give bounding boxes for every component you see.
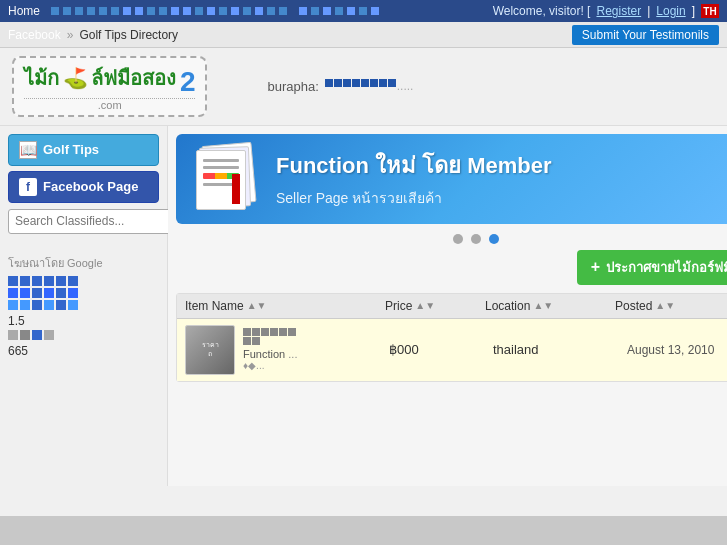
banner-icon — [196, 144, 256, 214]
top-nav-left: Home — [8, 4, 380, 18]
item-name-text: Function ... — [243, 348, 297, 360]
logo-com: .com — [24, 98, 195, 111]
col-item-name[interactable]: Item Name ▲▼ — [185, 299, 385, 313]
nav-decoration-dots2 — [298, 6, 380, 16]
facebook-breadcrumb[interactable]: Facebook — [8, 28, 61, 42]
table-header: Item Name ▲▼ Price ▲▼ Location ▲▼ Posted… — [177, 294, 727, 319]
carousel-dot-2[interactable] — [471, 234, 481, 244]
logo-second-text: ล์ฟมือสอง — [91, 67, 176, 89]
banner-text: Function ใหม่ โดย Member Seller Page หน้… — [276, 148, 552, 209]
breadcrumb-bar: Facebook » Golf Tips Directory Submit Yo… — [0, 22, 727, 48]
item-posted-date: August 13, 2010 — [627, 343, 727, 357]
logo-main-text: ไม้ก — [24, 67, 59, 89]
search-dots: ..... — [325, 79, 414, 93]
col-location[interactable]: Location ▲▼ — [485, 299, 615, 313]
sort-icon-price[interactable]: ▲▼ — [415, 300, 435, 311]
banner-title: Function ใหม่ โดย Member — [276, 148, 552, 183]
table-row: ราคาถ Function ... — [177, 319, 727, 381]
ad-label: โฆษณาโดย Google — [8, 254, 159, 272]
facebook-page-button[interactable]: f Facebook Page — [8, 171, 159, 203]
golf-tips-button[interactable]: 📖 Golf Tips — [8, 134, 159, 166]
site-logo: ไม้ก ⛳ ล์ฟมือสอง 2 .com — [12, 56, 207, 117]
top-navigation: Home Welcome, visitor! [ Register | Logi… — [0, 0, 727, 22]
item-location: thailand — [493, 342, 623, 357]
register-link[interactable]: Register — [596, 4, 641, 18]
sort-icon-location[interactable]: ▲▼ — [533, 300, 553, 311]
site-header: ไม้ก ⛳ ล์ฟมือสอง 2 .com burapha: ..... — [0, 48, 727, 126]
item-desc-dots — [243, 328, 297, 345]
welcome-text: Welcome, visitor! [ — [493, 4, 591, 18]
item-description: Function ... ♦◆... — [243, 328, 297, 371]
item-price: ฿000 — [389, 342, 489, 357]
logo-golf-icon: ⛳ — [63, 67, 88, 89]
content-area: Function ใหม่ โดย Member Seller Page หน้… — [168, 126, 727, 486]
facebook-page-label: Facebook Page — [43, 179, 138, 194]
post-button-area: + ประกาศขายไม้กอร์ฟมือสอง — [176, 250, 727, 285]
sort-icon-name[interactable]: ▲▼ — [247, 300, 267, 311]
listings-table: Item Name ▲▼ Price ▲▼ Location ▲▼ Posted… — [176, 293, 727, 382]
submit-testimonials-button[interactable]: Submit Your Testimonils — [572, 25, 719, 45]
facebook-icon: f — [19, 178, 37, 196]
logo-number: 2 — [180, 66, 196, 97]
item-thumbnail[interactable]: ราคาถ — [185, 325, 235, 375]
doc-stack-icon — [196, 144, 256, 214]
golf-tips-breadcrumb[interactable]: Golf Tips Directory — [79, 28, 178, 42]
home-link[interactable]: Home — [8, 4, 40, 18]
carousel-dot-1[interactable] — [453, 234, 463, 244]
carousel-dots — [176, 234, 727, 244]
search-label: burapha: — [267, 79, 318, 94]
header-search: burapha: ..... — [267, 79, 413, 94]
top-nav-right: Welcome, visitor! [ Register | Login ] T… — [493, 4, 719, 18]
thumb-image: ราคาถ — [186, 326, 234, 374]
login-link[interactable]: Login — [656, 4, 685, 18]
search-input[interactable] — [8, 209, 172, 234]
breadcrumb-left: Facebook » Golf Tips Directory — [8, 28, 178, 42]
nav-decoration-dots — [50, 6, 288, 16]
plus-icon: + — [591, 258, 600, 276]
breadcrumb-separator: » — [67, 28, 74, 42]
close-bracket: ] — [692, 4, 695, 18]
post-btn-label: ประกาศขายไม้กอร์ฟมือสอง — [606, 257, 727, 278]
sort-icon-posted[interactable]: ▲▼ — [655, 300, 675, 311]
banner: Function ใหม่ โดย Member Seller Page หน้… — [176, 134, 727, 224]
search-box: 🔍 — [8, 209, 159, 234]
pipe-separator: | — [647, 4, 650, 18]
col-posted[interactable]: Posted ▲▼ — [615, 299, 727, 313]
ad-number1: 1.5 665 — [8, 314, 159, 358]
sidebar: 📖 Golf Tips f Facebook Page 🔍 โฆษณาโดย G… — [0, 126, 168, 486]
carousel-dot-3[interactable] — [489, 234, 499, 244]
post-listing-button[interactable]: + ประกาศขายไม้กอร์ฟมือสอง — [577, 250, 727, 285]
item-name-cell: ราคาถ Function ... — [185, 325, 385, 375]
flag-icon: TH — [701, 4, 719, 18]
ad-dots — [8, 276, 159, 310]
item-extra-text: ♦◆... — [243, 360, 297, 371]
main-area: 📖 Golf Tips f Facebook Page 🔍 โฆษณาโดย G… — [0, 126, 727, 486]
banner-subtitle: Seller Page หน้ารวยเสียค้า — [276, 187, 552, 209]
book-icon: 📖 — [19, 141, 37, 159]
col-price[interactable]: Price ▲▼ — [385, 299, 485, 313]
google-ad-area: โฆษณาโดย Google 1.5 665 — [8, 254, 159, 358]
golf-tips-label: Golf Tips — [43, 142, 99, 157]
bottom-spacer — [0, 486, 727, 516]
